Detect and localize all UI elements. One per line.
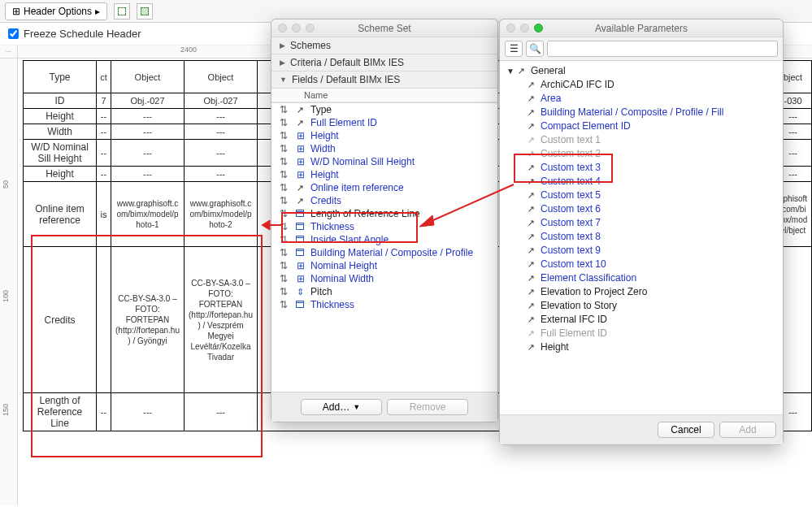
field-label: Nominal Height — [310, 260, 377, 271]
field-row[interactable]: ⇅Height — [271, 168, 497, 181]
tree-item[interactable]: Custom text 9 — [500, 244, 783, 258]
available-parameters-window: Available Parameters ☰ 🔍 ▼ General Archi… — [499, 19, 784, 445]
cell: -- — [97, 140, 111, 167]
field-row[interactable]: ⇅Type — [271, 103, 497, 116]
cell: -- — [97, 109, 111, 124]
field-row[interactable]: ⇅Nominal Width — [271, 272, 497, 285]
cell: Obj.-027 — [111, 93, 185, 109]
field-row[interactable]: ⇅Pitch — [271, 285, 497, 298]
tree-item[interactable]: Custom text 2 — [500, 147, 783, 161]
tree-item[interactable]: Element Classification — [500, 271, 783, 285]
field-row[interactable]: ⇅Full Element ID — [271, 116, 497, 129]
updown-icon: ⇅ — [278, 273, 289, 284]
field-label: Length of Reference Line — [310, 208, 420, 219]
section-fields[interactable]: ▼Fields / Default BIMx IES — [271, 72, 497, 89]
tree-item[interactable]: Custom text 7 — [500, 216, 783, 230]
tree-item[interactable]: Custom text 6 — [500, 202, 783, 216]
search-input[interactable] — [547, 41, 778, 57]
titlebar[interactable]: Available Parameters — [500, 20, 783, 37]
zoom-dot[interactable] — [306, 24, 315, 32]
ruler-vertical: 50 100 150 — [0, 58, 18, 505]
field-row[interactable]: ⇅Width — [271, 142, 497, 155]
cursor-icon — [528, 147, 537, 161]
freeze-checkbox[interactable] — [8, 28, 19, 39]
titlebar[interactable]: Scheme Set — [271, 20, 497, 37]
field-label: Credits — [310, 195, 341, 206]
bbox-button-1[interactable] — [114, 3, 130, 20]
chevron-right-icon: ▸ — [95, 6, 100, 17]
field-row[interactable]: ⇅Online item reference — [271, 181, 497, 194]
cursor-icon — [294, 105, 306, 115]
bbox-button-2[interactable] — [137, 3, 153, 20]
tree-item[interactable]: External IFC ID — [500, 313, 783, 327]
stack-icon — [294, 248, 306, 258]
cancel-button[interactable]: Cancel — [658, 422, 714, 438]
tree-item-label: Custom text 4 — [541, 175, 601, 188]
header-options-label: Header Options — [24, 6, 92, 17]
field-row[interactable]: ⇅Thickness — [271, 220, 497, 233]
tree-item[interactable]: Custom text 5 — [500, 188, 783, 202]
param-tree[interactable]: ▼ General ArchiCAD IFC IDAreaBuilding Ma… — [500, 61, 783, 414]
tree-item[interactable]: Building Material / Composite / Profile … — [500, 106, 783, 119]
section-schemes[interactable]: ▶Schemes — [271, 37, 497, 54]
tree-item[interactable]: Compact Element ID — [500, 119, 783, 133]
tree-item-label: External IFC ID — [541, 313, 607, 327]
add-button[interactable]: Add — [719, 422, 776, 438]
fields-list[interactable]: ⇅Type⇅Full Element ID⇅Height⇅Width⇅W/D N… — [271, 102, 497, 392]
col-object: Object — [111, 61, 185, 93]
header-options-button[interactable]: ⊞ Header Options ▸ — [5, 2, 107, 20]
field-row[interactable]: ⇅Length of Reference Line — [271, 207, 497, 220]
field-label: Inside Slant Angle — [310, 234, 389, 245]
stack-icon — [294, 209, 306, 219]
tree-item[interactable]: Custom text 10 — [500, 258, 783, 271]
tree-item[interactable]: Elevation to Story — [500, 299, 783, 313]
search-mode-button[interactable]: 🔍 — [526, 41, 544, 57]
tree-root-label: General — [531, 64, 566, 78]
tree-item-label: Full Element ID — [541, 327, 607, 340]
close-dot[interactable] — [278, 24, 287, 32]
cursor-icon — [528, 299, 537, 313]
tree-item[interactable]: Custom text 1 — [500, 133, 783, 147]
min-dot[interactable] — [292, 24, 301, 32]
row-label: Online item reference — [24, 182, 97, 247]
zoom-dot[interactable] — [534, 24, 543, 32]
tree-root[interactable]: ▼ General — [500, 64, 783, 78]
tree-item[interactable]: Custom text 4 — [500, 175, 783, 188]
field-row[interactable]: ⇅Thickness — [271, 298, 497, 311]
tree-item[interactable]: Custom text 3 — [500, 161, 783, 175]
section-criteria[interactable]: ▶Criteria / Default BIMx IES — [271, 54, 497, 72]
close-dot[interactable] — [506, 24, 515, 32]
field-row[interactable]: ⇅Height — [271, 129, 497, 142]
triangle-right-icon: ▶ — [280, 58, 285, 67]
field-row[interactable]: ⇅Credits — [271, 194, 497, 207]
cursor-icon — [528, 78, 537, 92]
add-button[interactable]: Add…▼ — [301, 399, 382, 415]
param-toolbar: ☰ 🔍 — [500, 37, 783, 61]
tree-item-label: Height — [541, 340, 569, 354]
field-row[interactable]: ⇅W/D Nominal Sill Height — [271, 155, 497, 168]
updown-icon: ⇅ — [278, 182, 289, 193]
min-dot[interactable] — [520, 24, 529, 32]
tree-item[interactable]: ArchiCAD IFC ID — [500, 78, 783, 92]
field-row[interactable]: ⇅Nominal Height — [271, 259, 497, 272]
tree-item[interactable]: Elevation to Project Zero — [500, 285, 783, 299]
cursor-icon — [528, 216, 537, 230]
grid-icon — [294, 261, 306, 271]
updown-icon: ⇅ — [278, 143, 289, 154]
cell: Obj.-027 — [185, 93, 258, 109]
traffic-lights[interactable] — [278, 24, 315, 32]
traffic-lights[interactable] — [506, 24, 543, 32]
updown-icon: ⇅ — [278, 221, 289, 232]
grid-icon — [294, 144, 306, 154]
cursor-icon — [528, 106, 537, 119]
field-row[interactable]: ⇅Inside Slant Angle — [271, 233, 497, 246]
tree-item[interactable]: Area — [500, 92, 783, 106]
tree-item[interactable]: Custom text 8 — [500, 230, 783, 244]
tree-item-label: Custom text 2 — [541, 147, 601, 161]
field-label: Nominal Width — [310, 273, 374, 284]
field-row[interactable]: ⇅Building Material / Composite / Profile — [271, 246, 497, 259]
remove-button[interactable]: Remove — [387, 399, 468, 415]
list-mode-button[interactable]: ☰ — [505, 41, 523, 57]
tree-item[interactable]: Height — [500, 340, 783, 354]
tree-item[interactable]: Full Element ID — [500, 327, 783, 340]
